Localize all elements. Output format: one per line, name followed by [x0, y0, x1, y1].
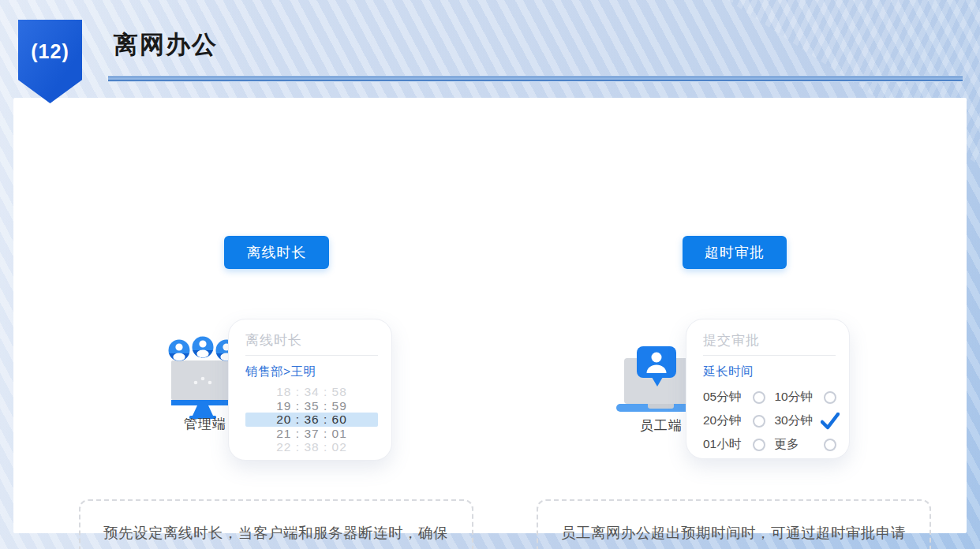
user-avatar-icon [169, 340, 190, 361]
check-icon [821, 413, 840, 430]
radio-icon[interactable] [753, 415, 765, 428]
radio-icon[interactable] [824, 391, 836, 404]
card-divider [703, 355, 836, 356]
user-avatar-icon [193, 337, 214, 358]
overtime-approval-button[interactable]: 超时审批 [683, 236, 787, 269]
duration-option-10min[interactable]: 10分钟 [775, 390, 837, 405]
card-header: 离线时长 [245, 331, 375, 349]
offline-duration-card: 离线时长 销售部>王明 18 : 34 : 58 19 : 35 : 59 20… [228, 319, 392, 461]
time-picker: 18 : 34 : 58 19 : 35 : 59 20 : 36 : 60 2… [245, 385, 378, 454]
slide: (12) 离网办公 离线时长 超时审批 [0, 0, 980, 549]
card-header: 提交审批 [703, 331, 832, 349]
content-panel: 离线时长 超时审批 [13, 98, 967, 533]
slide-number: (12) [31, 40, 69, 103]
slide-number-badge: (12) [18, 20, 82, 103]
approval-card: 提交审批 延长时间 05分钟 10分钟 [686, 319, 850, 459]
time-row[interactable]: 21 : 37 : 01 [245, 427, 378, 441]
duration-option-05min[interactable]: 05分钟 [703, 390, 765, 405]
title-underline [108, 76, 963, 82]
duration-options: 05分钟 10分钟 20分钟 [703, 390, 836, 452]
radio-icon[interactable] [753, 439, 765, 451]
extend-time-label: 延长时间 [703, 364, 832, 380]
time-row[interactable]: 18 : 34 : 58 [245, 385, 378, 399]
offline-duration-button[interactable]: 离线时长 [224, 236, 329, 269]
duration-option-more[interactable]: 更多 [775, 437, 837, 452]
offline-description-box: 预先设定离线时长，当客户端和服务器断连时，确保员工可正常使用密文，保证正常办公状… [79, 499, 473, 549]
duration-option-30min[interactable]: 30分钟 [775, 413, 837, 428]
card-divider [245, 355, 378, 356]
duration-option-20min[interactable]: 20分钟 [703, 413, 765, 428]
page-title: 离网办公 [114, 28, 218, 62]
time-row[interactable]: 19 : 35 : 59 [245, 399, 378, 413]
approval-description: 员工离网办公超出预期时间时，可通过超时审批申请延长离网时间，确保业务持续运行。 [561, 518, 907, 549]
radio-icon[interactable] [753, 391, 765, 404]
time-row[interactable]: 22 : 38 : 02 [245, 440, 378, 454]
offline-description: 预先设定离线时长，当客户端和服务器断连时，确保员工可正常使用密文，保证正常办公状… [103, 518, 449, 549]
time-row[interactable]: 20 : 36 : 60 [245, 413, 378, 427]
approval-description-box: 员工离网办公超出预期时间时，可通过超时审批申请延长离网时间，确保业务持续运行。 [537, 499, 931, 549]
duration-option-01hour[interactable]: 01小时 [703, 437, 765, 452]
radio-icon[interactable] [824, 439, 836, 451]
user-path: 销售部>王明 [245, 364, 375, 380]
